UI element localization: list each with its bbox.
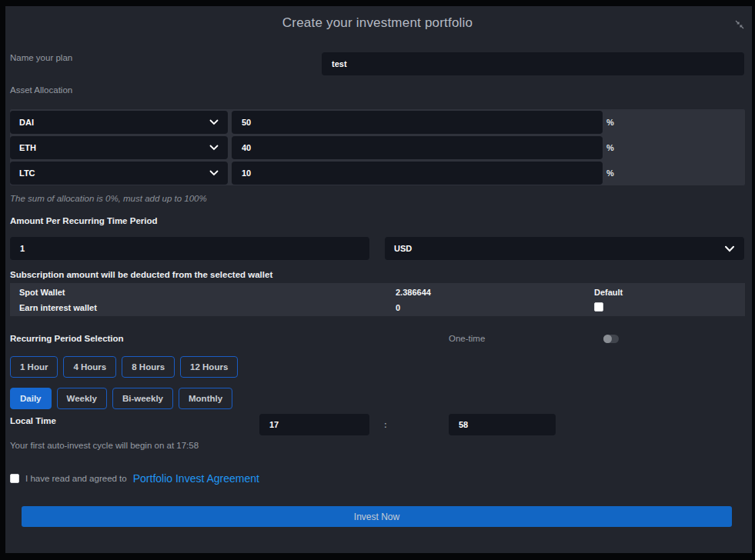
chevron-down-icon <box>209 170 219 176</box>
period-button-8-hours[interactable]: 8 Hours <box>122 356 175 378</box>
period-button-4-hours[interactable]: 4 Hours <box>63 356 116 378</box>
period-button-biweekly[interactable]: Bi-weekly <box>112 388 173 409</box>
wallet-table: Spot Wallet 2.386644 Default Earn intere… <box>10 283 745 316</box>
agreement-row: I have read and agreed to Portfolio Inve… <box>10 469 259 488</box>
asset-select-eth-value: ETH <box>19 143 36 152</box>
agreement-link[interactable]: Portfolio Invest Agreement <box>133 472 259 485</box>
allocation-percent-input-eth[interactable] <box>232 136 603 159</box>
one-time-toggle[interactable] <box>603 335 619 343</box>
amount-input[interactable] <box>10 237 369 260</box>
invest-now-button[interactable]: Invest Now <box>22 506 732 527</box>
currency-select-value: USD <box>394 244 412 253</box>
time-separator: : <box>384 420 387 429</box>
chevron-down-icon <box>724 245 735 252</box>
asset-allocation-label: Asset Allocation <box>10 85 72 95</box>
asset-select-ltc-value: LTC <box>19 168 35 178</box>
wallet-row-name[interactable]: Spot Wallet <box>19 288 65 297</box>
close-icon <box>735 20 744 29</box>
percent-symbol: % <box>606 118 614 127</box>
chevron-down-icon <box>209 119 219 125</box>
wallet-default-checkbox[interactable] <box>594 302 603 312</box>
currency-select[interactable]: USD <box>385 237 744 260</box>
chevron-down-icon <box>209 145 219 151</box>
allocation-sum-warning: The sum of allocation is 0%, must add up… <box>10 194 207 203</box>
local-time-hour-input[interactable] <box>259 414 369 435</box>
period-options-row: Daily Weekly Bi-weekly Monthly <box>10 388 232 409</box>
asset-select-dai-value: DAI <box>19 118 34 127</box>
wallet-row-name[interactable]: Earn interest wallet <box>19 303 97 312</box>
period-button-monthly[interactable]: Monthly <box>179 388 232 409</box>
amount-label: Amount Per Recurring Time Period <box>10 216 158 225</box>
close-button[interactable] <box>734 19 745 30</box>
invest-portfolio-dialog: Create your investment portfolio Name yo… <box>0 0 755 560</box>
one-time-label: One-time <box>449 334 485 343</box>
asset-select-dai[interactable]: DAI <box>10 111 228 134</box>
percent-symbol: % <box>606 143 614 152</box>
local-time-minute-input[interactable] <box>449 414 556 435</box>
recurring-period-label: Recurring Period Selection <box>10 334 124 343</box>
page-title: Create your investment portfolio <box>0 15 755 31</box>
plan-name-label: Name your plan <box>10 53 72 62</box>
agreement-checkbox[interactable] <box>10 474 19 483</box>
plan-name-input[interactable] <box>322 52 744 75</box>
agreement-text: I have read and agreed to <box>25 474 127 483</box>
wallet-row-balance: 0 <box>396 303 400 312</box>
period-button-12-hours[interactable]: 12 Hours <box>180 356 238 378</box>
period-button-daily[interactable]: Daily <box>10 388 52 409</box>
allocation-percent-input-ltc[interactable] <box>232 162 603 185</box>
asset-select-eth[interactable]: ETH <box>10 136 228 159</box>
hour-options-row: 1 Hour 4 Hours 8 Hours 12 Hours <box>10 356 238 378</box>
allocation-percent-input-dai[interactable] <box>232 111 603 134</box>
first-cycle-hint: Your first auto-invest cycle will begin … <box>10 441 199 450</box>
asset-select-ltc[interactable]: LTC <box>10 162 228 185</box>
wallet-row-balance: 2.386644 <box>396 288 431 297</box>
toggle-knob <box>603 335 612 343</box>
local-time-label: Local Time <box>10 416 56 425</box>
wallet-section-label: Subscription amount will be deducted fro… <box>10 270 272 279</box>
percent-symbol: % <box>606 168 614 178</box>
wallet-default-column-label: Default <box>594 288 623 297</box>
period-button-weekly[interactable]: Weekly <box>57 388 107 409</box>
period-button-1-hour[interactable]: 1 Hour <box>10 356 58 378</box>
